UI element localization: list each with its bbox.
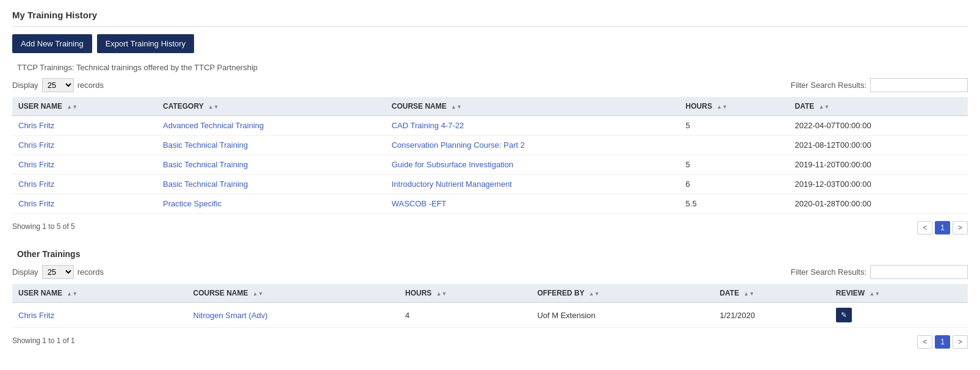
other-sort-icon-hours: ▲▼	[436, 292, 447, 296]
course-link[interactable]: Conservation Planning Course: Part 2	[392, 140, 525, 150]
user-link[interactable]: Chris Fritz	[18, 140, 54, 150]
divider	[12, 26, 968, 27]
ttcp-display-select[interactable]: 25 50 100	[42, 78, 74, 92]
other-next-btn[interactable]: >	[953, 335, 968, 349]
cell-user-name: Chris Fritz	[12, 155, 157, 175]
other-sort-icon-course: ▲▼	[253, 292, 264, 296]
ttcp-page-1[interactable]: 1	[935, 221, 950, 234]
other-display-label: Display	[12, 267, 38, 277]
user-link[interactable]: Chris Fritz	[18, 199, 54, 208]
add-new-training-button[interactable]: Add New Training	[12, 34, 92, 53]
export-training-history-button[interactable]: Export Training History	[97, 34, 195, 53]
other-display-row: Display 25 50 100 records	[12, 265, 104, 279]
ttcp-filter-row: Filter Search Results:	[791, 78, 968, 92]
sort-icon-course: ▲▼	[451, 105, 462, 109]
cell-category: Basic Technical Training	[157, 155, 386, 175]
cell-hours: 5	[680, 155, 789, 175]
other-header-row: USER NAME ▲▼ COURSE NAME ▲▼ HOURS ▲▼ OFF…	[12, 284, 968, 303]
cell-user-name: Chris Fritz	[12, 116, 157, 136]
filter-label: Filter Search Results:	[791, 81, 867, 90]
ttcp-showing: Showing 1 to 5 of 5	[12, 222, 75, 231]
cell-user-name: Chris Fritz	[12, 303, 187, 328]
sort-icon-hours: ▲▼	[716, 105, 727, 109]
user-link[interactable]: Chris Fritz	[18, 160, 54, 169]
course-link[interactable]: CAD Training 4-7-22	[392, 121, 464, 130]
cell-category: Basic Technical Training	[157, 175, 386, 194]
sort-icon-user: ▲▼	[67, 105, 77, 109]
other-sort-icon-date: ▲▼	[744, 292, 755, 296]
ttcp-table-body: Chris Fritz Advanced Technical Training …	[12, 116, 968, 214]
course-link[interactable]: Guide for Subsurface Investigation	[392, 160, 513, 169]
other-table-head: USER NAME ▲▼ COURSE NAME ▲▼ HOURS ▲▼ OFF…	[12, 284, 968, 303]
ttcp-prev-btn[interactable]: <	[917, 221, 932, 234]
cell-user-name: Chris Fritz	[12, 136, 157, 155]
other-display-select[interactable]: 25 50 100	[42, 265, 74, 279]
edit-button[interactable]: ✎	[836, 308, 852, 322]
other-filter-label: Filter Search Results:	[791, 267, 867, 277]
cell-category: Basic Technical Training	[157, 136, 386, 155]
other-col-hours: HOURS ▲▼	[399, 284, 531, 303]
other-showing: Showing 1 to 1 of 1	[12, 336, 75, 345]
other-pagination: < 1 >	[917, 335, 968, 349]
other-records-label: records	[77, 267, 104, 277]
col-course-name: COURSE NAME ▲▼	[386, 97, 680, 116]
other-col-date: DATE ▲▼	[713, 284, 829, 303]
category-link[interactable]: Advanced Technical Training	[163, 121, 264, 130]
user-link[interactable]: Chris Fritz	[18, 311, 54, 320]
cell-user-name: Chris Fritz	[12, 175, 157, 194]
ttcp-header-row: USER NAME ▲▼ CATEGORY ▲▼ COURSE NAME ▲▼ …	[12, 97, 968, 116]
display-label: Display	[12, 81, 38, 90]
category-link[interactable]: Basic Technical Training	[163, 160, 248, 169]
cell-review: ✎	[830, 303, 968, 328]
table-row: Chris Fritz Basic Technical Training Con…	[12, 136, 968, 155]
user-link[interactable]: Chris Fritz	[18, 180, 54, 189]
other-col-offered-by: OFFERED BY ▲▼	[531, 284, 713, 303]
course-link[interactable]: Introductory Nutrient Management	[392, 180, 512, 189]
cell-offered-by: Uof M Extension	[531, 303, 713, 328]
ttcp-table: USER NAME ▲▼ CATEGORY ▲▼ COURSE NAME ▲▼ …	[12, 97, 968, 214]
ttcp-filter-input[interactable]	[870, 78, 968, 92]
cell-date: 2019-12-03T00:00:00	[789, 175, 968, 194]
cell-date: 1/21/2020	[713, 303, 829, 328]
button-row: Add New Training Export Training History	[12, 34, 968, 53]
cell-hours	[680, 136, 789, 155]
user-link[interactable]: Chris Fritz	[18, 121, 54, 130]
ttcp-next-btn[interactable]: >	[953, 221, 968, 234]
course-link[interactable]: WASCOB -EFT	[392, 199, 447, 208]
other-col-course-name: COURSE NAME ▲▼	[187, 284, 399, 303]
cell-course-name: Introductory Nutrient Management	[386, 175, 680, 194]
cell-course-name: Conservation Planning Course: Part 2	[386, 136, 680, 155]
category-link[interactable]: Practice Specific	[163, 199, 222, 208]
other-prev-btn[interactable]: <	[917, 335, 932, 349]
category-link[interactable]: Basic Technical Training	[163, 180, 248, 189]
cell-category: Practice Specific	[157, 194, 386, 214]
other-table-body: Chris Fritz Nitrogen Smart (Adv) 4 Uof M…	[12, 303, 968, 328]
other-controls-row: Display 25 50 100 records Filter Search …	[12, 265, 968, 279]
ttcp-subtitle: TTCP Trainings: Technical trainings offe…	[12, 63, 968, 72]
cell-user-name: Chris Fritz	[12, 194, 157, 214]
cell-hours: 4	[399, 303, 531, 328]
other-sort-icon-review: ▲▼	[869, 292, 880, 296]
category-link[interactable]: Basic Technical Training	[163, 140, 248, 150]
ttcp-controls-row: Display 25 50 100 records Filter Search …	[12, 78, 968, 92]
other-sort-icon-offered: ▲▼	[589, 292, 600, 296]
other-filter-row: Filter Search Results:	[791, 265, 968, 279]
other-col-review: REVIEW ▲▼	[830, 284, 968, 303]
cell-course-name: WASCOB -EFT	[386, 194, 680, 214]
other-page-1[interactable]: 1	[935, 335, 950, 349]
course-link[interactable]: Nitrogen Smart (Adv)	[193, 311, 268, 320]
cell-category: Advanced Technical Training	[157, 116, 386, 136]
page-title: My Training History	[12, 10, 968, 20]
table-row: Chris Fritz Basic Technical Training Gui…	[12, 155, 968, 175]
cell-date: 2020-01-28T00:00:00	[789, 194, 968, 214]
col-date: DATE ▲▼	[789, 97, 968, 116]
cell-hours: 5.5	[680, 194, 789, 214]
other-filter-input[interactable]	[870, 265, 968, 279]
col-user-name: USER NAME ▲▼	[12, 97, 157, 116]
records-label: records	[77, 81, 104, 90]
other-table: USER NAME ▲▼ COURSE NAME ▲▼ HOURS ▲▼ OFF…	[12, 284, 968, 328]
table-row: Chris Fritz Nitrogen Smart (Adv) 4 Uof M…	[12, 303, 968, 328]
table-row: Chris Fritz Practice Specific WASCOB -EF…	[12, 194, 968, 214]
cell-course-name: Nitrogen Smart (Adv)	[187, 303, 399, 328]
col-hours: HOURS ▲▼	[680, 97, 789, 116]
